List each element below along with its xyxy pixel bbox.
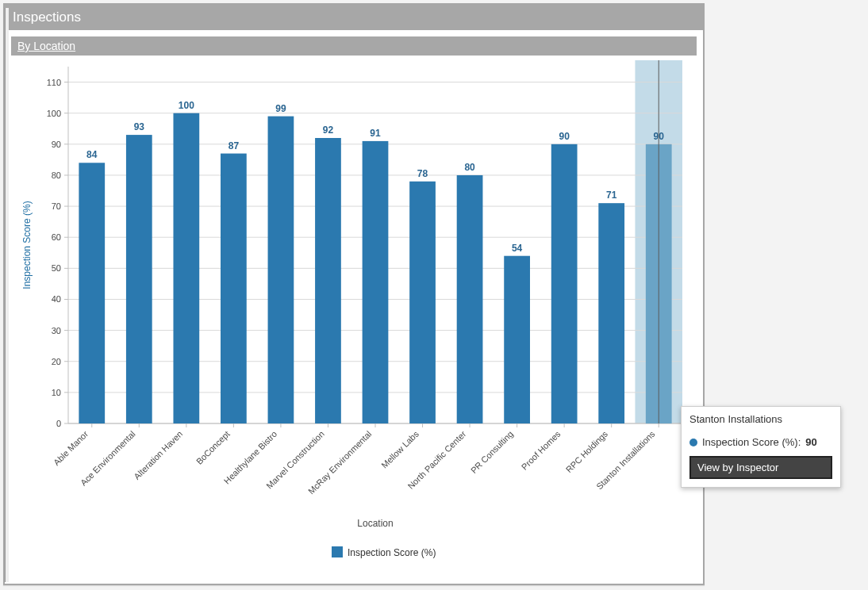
bar[interactable]	[363, 141, 389, 423]
tooltip-series-row: Inspection Score (%): 90	[682, 433, 840, 456]
x-category-label: BoConcept	[194, 429, 232, 466]
x-category-label: Mellow Labs	[379, 429, 421, 470]
tooltip-series-label: Inspection Score (%):	[702, 436, 801, 448]
bar-value-label: 87	[229, 140, 240, 151]
bar[interactable]	[551, 144, 578, 423]
chart-area: 0102030405060708090100110Inspection Scor…	[11, 59, 697, 577]
x-category-label: Able Manor	[52, 429, 90, 467]
bar[interactable]	[173, 113, 199, 423]
left-divider	[5, 8, 9, 582]
bar[interactable]	[457, 175, 483, 423]
panel-body: By Location 0102030405060708090100110Ins…	[5, 30, 703, 584]
by-location-header[interactable]: By Location	[11, 36, 697, 56]
bar-value-label: 80	[464, 162, 475, 173]
bar-value-label: 92	[323, 125, 334, 136]
y-tick-label: 90	[52, 140, 61, 149]
chart-tooltip: Stanton Installations Inspection Score (…	[681, 406, 841, 488]
y-tick-label: 100	[47, 109, 61, 118]
bar[interactable]	[268, 117, 294, 423]
bar-value-label: 91	[370, 128, 381, 139]
y-tick-label: 80	[52, 170, 61, 180]
legend-label: Inspection Score (%)	[348, 547, 436, 558]
x-category-label: Proof Homes	[520, 429, 563, 472]
x-category-label: Alteration Haven	[132, 429, 184, 481]
bar[interactable]	[126, 135, 152, 423]
bar[interactable]	[409, 182, 436, 423]
y-tick-label: 40	[52, 294, 61, 304]
bar[interactable]	[504, 256, 530, 423]
bar-value-label: 99	[275, 103, 286, 114]
bar-value-label: 84	[86, 149, 98, 160]
bar[interactable]	[598, 203, 624, 423]
tooltip-dot-icon	[689, 439, 697, 446]
y-tick-label: 0	[56, 419, 61, 428]
inspections-panel: Inspections By Location 0102030405060708…	[3, 3, 705, 585]
y-axis-title: Inspection Score (%)	[21, 201, 33, 289]
x-category-label: PR Consulting	[469, 429, 515, 475]
x-axis-title: Location	[357, 518, 393, 529]
view-by-inspector-button[interactable]: View by Inspector	[689, 456, 832, 479]
y-tick-label: 30	[52, 326, 61, 335]
panel-title: Inspections	[5, 5, 703, 30]
y-tick-label: 20	[52, 357, 61, 366]
y-tick-label: 110	[47, 78, 61, 87]
bar-value-label: 71	[606, 190, 617, 201]
bar[interactable]	[315, 138, 341, 423]
bar-value-label: 54	[512, 243, 523, 254]
y-tick-label: 60	[52, 232, 61, 242]
x-category-label: RPC Holdings	[564, 429, 610, 475]
bar-value-label: 78	[417, 168, 428, 179]
legend-swatch	[332, 546, 343, 557]
bar-value-label: 93	[134, 121, 145, 132]
bar[interactable]	[79, 163, 105, 423]
bar-value-label: 90	[559, 131, 570, 142]
bar[interactable]	[221, 154, 247, 423]
inspection-bar-chart[interactable]: 0102030405060708090100110Inspection Scor…	[11, 59, 693, 574]
bar-value-label: 100	[179, 100, 194, 111]
tooltip-title: Stanton Installations	[682, 407, 840, 433]
y-tick-label: 50	[52, 263, 61, 273]
y-tick-label: 70	[52, 201, 61, 211]
tooltip-value: 90	[805, 436, 816, 448]
y-tick-label: 10	[52, 388, 61, 397]
